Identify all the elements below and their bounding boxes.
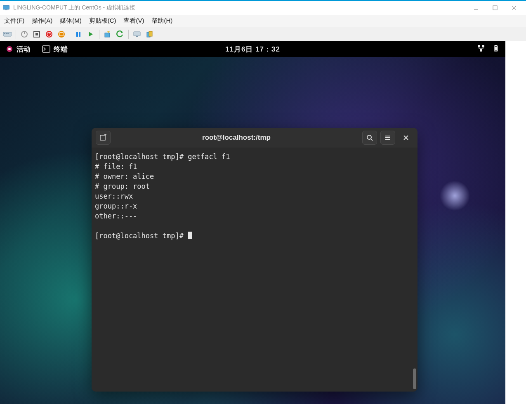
svg-rect-1: [5, 10, 7, 11]
terminal-window: root@localhost:/tmp [root@localhost tmp]…: [92, 128, 417, 392]
terminal-scrollbar[interactable]: [413, 368, 416, 389]
ctrl-alt-del-icon[interactable]: [2, 29, 12, 39]
terminal-line: group::r-x: [95, 202, 137, 210]
svg-rect-25: [134, 32, 140, 36]
menu-help[interactable]: 帮助(H): [151, 17, 172, 25]
svg-rect-20: [79, 32, 80, 37]
new-tab-button[interactable]: [96, 131, 111, 145]
terminal-prompt: [root@localhost tmp]#: [95, 232, 188, 240]
svg-rect-33: [482, 45, 484, 47]
reset-icon[interactable]: [86, 29, 96, 39]
vm-monitor-icon: [2, 4, 10, 12]
close-window-button[interactable]: [399, 131, 413, 145]
menu-action[interactable]: 操作(A): [32, 17, 52, 25]
hypervisor-menubar: 文件(F) 操作(A) 媒体(M) 剪贴板(C) 查看(V) 帮助(H): [0, 15, 526, 27]
svg-rect-13: [35, 33, 38, 35]
close-button[interactable]: [505, 2, 524, 14]
terminal-line: # owner: alice: [95, 172, 154, 181]
clock[interactable]: 11月6日 17：32: [0, 45, 505, 54]
svg-rect-9: [7, 33, 9, 34]
svg-rect-6: [3, 32, 12, 36]
app-menu-label: 终端: [54, 45, 68, 54]
turnoff-icon[interactable]: [32, 29, 42, 39]
terminal-line: # group: root: [95, 182, 150, 190]
terminal-line: user::rwx: [95, 192, 133, 200]
svg-rect-22: [105, 33, 110, 37]
menu-media[interactable]: 媒体(M): [60, 17, 82, 25]
gnome-topbar: 活动 终端 11月6日 17：32: [0, 41, 505, 57]
svg-rect-32: [478, 45, 480, 47]
save-icon[interactable]: [57, 29, 66, 39]
svg-marker-23: [107, 31, 110, 33]
hypervisor-titlebar: LINGLING-COMPUT 上的 CentOs - 虚拟机连接: [0, 0, 526, 15]
svg-point-17: [58, 31, 65, 38]
window-title: LINGLING-COMPUT 上的 CentOs - 虚拟机连接: [13, 4, 467, 12]
app-menu[interactable]: 终端: [42, 45, 68, 54]
share-icon[interactable]: [144, 29, 154, 39]
host-background-right: [505, 41, 526, 420]
svg-rect-7: [4, 33, 5, 34]
start-icon[interactable]: [19, 29, 29, 39]
svg-rect-42: [100, 135, 105, 140]
svg-rect-8: [6, 33, 7, 34]
cursor-icon: [188, 232, 192, 239]
terminal-content[interactable]: [root@localhost tmp]# getfacl f1 # file:…: [92, 148, 417, 392]
maximize-button[interactable]: [486, 2, 505, 14]
svg-rect-34: [480, 49, 482, 52]
svg-rect-3: [493, 6, 497, 10]
minimize-button[interactable]: [467, 2, 486, 14]
terminal-line: [root@localhost tmp]# getfacl f1: [95, 153, 230, 161]
menu-file[interactable]: 文件(F): [4, 17, 24, 25]
pause-icon[interactable]: [73, 29, 83, 39]
terminal-headerbar[interactable]: root@localhost:/tmp: [92, 128, 417, 148]
guest-display[interactable]: 活动 终端 11月6日 17：32 root@localhost:/tmp: [0, 41, 505, 404]
network-icon[interactable]: [477, 45, 485, 54]
menu-button[interactable]: [380, 131, 395, 145]
svg-rect-19: [76, 32, 78, 37]
hypervisor-toolbar: [0, 27, 526, 41]
enhanced-session-icon[interactable]: [132, 29, 142, 39]
svg-rect-26: [136, 36, 138, 37]
checkpoint-icon[interactable]: [103, 29, 113, 39]
terminal-title: root@localhost:/tmp: [114, 134, 359, 142]
svg-point-30: [8, 48, 11, 50]
svg-point-45: [367, 135, 371, 139]
battery-icon[interactable]: [492, 45, 500, 54]
svg-rect-31: [42, 46, 50, 52]
svg-rect-0: [3, 5, 9, 9]
svg-rect-28: [149, 31, 152, 36]
menu-clipboard[interactable]: 剪贴板(C): [89, 17, 116, 25]
svg-marker-24: [121, 31, 123, 33]
svg-marker-21: [89, 32, 93, 37]
activities-button[interactable]: 活动: [6, 45, 31, 54]
revert-icon[interactable]: [115, 29, 125, 39]
menu-view[interactable]: 查看(V): [123, 17, 144, 25]
svg-rect-41: [495, 47, 497, 51]
terminal-line: # file: f1: [95, 162, 137, 171]
terminal-line: other::---: [95, 212, 137, 220]
svg-line-46: [371, 139, 373, 141]
search-button[interactable]: [362, 131, 377, 145]
svg-rect-40: [495, 45, 497, 46]
activities-label: 活动: [17, 45, 31, 54]
shutdown-icon[interactable]: [44, 29, 54, 39]
host-background-bottom: [0, 404, 526, 420]
